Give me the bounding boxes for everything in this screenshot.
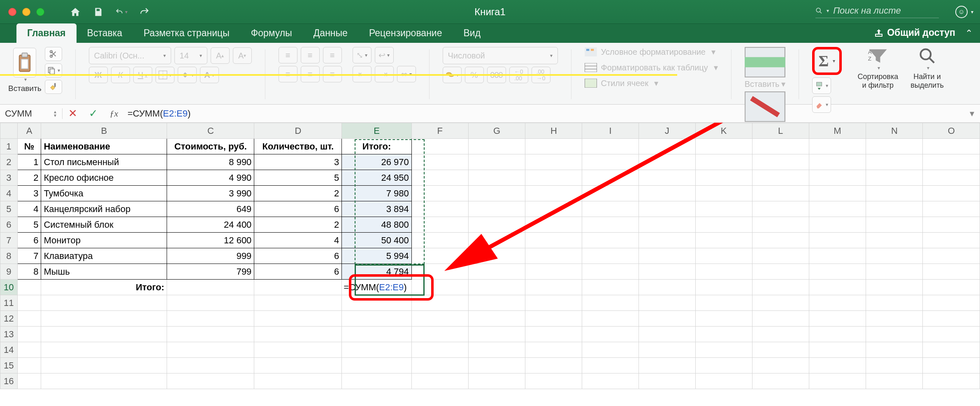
cell-C1[interactable]: Стоимость, руб. [167,139,254,154]
cell-D8[interactable]: 6 [254,248,342,264]
cell-M8[interactable] [809,248,866,264]
row-header-8[interactable]: 8 [0,248,18,264]
align-bottom-button[interactable]: ≡ [323,47,342,63]
cell-F15[interactable] [411,358,468,373]
cell-I16[interactable] [582,373,639,389]
cell-M16[interactable] [809,373,866,389]
cell-E5[interactable]: 3 894 [342,201,411,217]
cell-K4[interactable] [695,186,752,201]
col-header-A[interactable]: A [17,123,41,139]
cell-J11[interactable] [639,295,695,311]
cell-K6[interactable] [695,217,752,233]
tab-данные[interactable]: Данные [303,23,358,43]
cell-A1[interactable]: № [17,139,41,154]
cell-L15[interactable] [752,358,809,373]
cell-H1[interactable] [525,139,582,154]
cell-G7[interactable] [468,233,525,248]
cell-G8[interactable] [468,248,525,264]
cell-M2[interactable] [809,154,866,170]
cell-C10[interactable] [167,280,254,295]
cell-N8[interactable] [866,248,923,264]
font-name-combo[interactable]: Calibri (Осн...▾ [89,47,171,64]
insert-cells-button[interactable]: Вставить▾ [745,47,785,89]
cell-K2[interactable] [695,154,752,170]
cell-K1[interactable] [695,139,752,154]
cell-K5[interactable] [695,201,752,217]
font-size-combo[interactable]: 14▾ [174,47,207,64]
cell-K8[interactable] [695,248,752,264]
spreadsheet-grid[interactable]: ABCDEFGHIJKLMNO1№НаименованиеСтоимость, … [0,123,980,406]
cell-G6[interactable] [468,217,525,233]
row-header-13[interactable]: 13 [0,327,18,342]
cell-I15[interactable] [582,358,639,373]
cell-H6[interactable] [525,217,582,233]
sort-filter-button[interactable]: AZ▾ Сортировка и фильтр [857,47,898,90]
cell-N4[interactable] [866,186,923,201]
cell-D3[interactable]: 5 [254,170,342,186]
cell-B10[interactable]: Итого: [41,280,167,295]
cell-C6[interactable]: 24 400 [167,217,254,233]
cell-K12[interactable] [695,311,752,327]
home-icon[interactable] [69,6,81,18]
search-input[interactable] [833,5,939,16]
cell-F9[interactable] [411,264,468,280]
cell-G15[interactable] [468,358,525,373]
cell-B15[interactable] [41,358,167,373]
col-header-I[interactable]: I [582,123,639,139]
cell-D6[interactable]: 2 [254,217,342,233]
cell-E3[interactable]: 24 950 [342,170,411,186]
cell-M6[interactable] [809,217,866,233]
expand-formula-bar-button[interactable]: ▾ [964,108,980,119]
cell-B7[interactable]: Монитор [41,233,167,248]
cut-button[interactable] [45,47,62,61]
tab-рецензирование[interactable]: Рецензирование [358,23,453,43]
cell-D11[interactable] [254,295,342,311]
sheet-search[interactable]: ▾ [815,5,939,18]
cell-I2[interactable] [582,154,639,170]
undo-icon[interactable]: ▾ [115,6,128,18]
cell-K11[interactable] [695,295,752,311]
col-header-L[interactable]: L [752,123,809,139]
cell-F12[interactable] [411,311,468,327]
cell-J12[interactable] [639,311,695,327]
cell-M13[interactable] [809,327,866,342]
save-icon[interactable] [92,6,105,18]
cell-B9[interactable]: Мышь [41,264,167,280]
cell-I14[interactable] [582,342,639,358]
cell-C8[interactable]: 999 [167,248,254,264]
cell-I4[interactable] [582,186,639,201]
cell-G9[interactable] [468,264,525,280]
cell-L4[interactable] [752,186,809,201]
cell-M4[interactable] [809,186,866,201]
cell-F3[interactable] [411,170,468,186]
cell-B13[interactable] [41,327,167,342]
cell-H5[interactable] [525,201,582,217]
cell-O12[interactable] [923,311,980,327]
cell-O15[interactable] [923,358,980,373]
cell-D15[interactable] [254,358,342,373]
cell-M11[interactable] [809,295,866,311]
cell-L9[interactable] [752,264,809,280]
cell-C16[interactable] [167,373,254,389]
cell-N9[interactable] [866,264,923,280]
cell-J8[interactable] [639,248,695,264]
cell-B6[interactable]: Системный блок [41,217,167,233]
cell-L10[interactable] [752,280,809,295]
cell-B8[interactable]: Клавиатура [41,248,167,264]
col-header-E[interactable]: E [342,123,411,139]
col-header-J[interactable]: J [639,123,695,139]
minimize-window-button[interactable] [22,8,30,16]
number-format-combo[interactable]: Числовой▾ [443,47,558,64]
col-header-F[interactable]: F [411,123,468,139]
col-header-B[interactable]: B [41,123,167,139]
cell-G5[interactable] [468,201,525,217]
cell-L14[interactable] [752,342,809,358]
cell-E2[interactable]: 26 970 [342,154,411,170]
cell-D2[interactable]: 3 [254,154,342,170]
cell-E13[interactable] [342,327,411,342]
cell-O4[interactable] [923,186,980,201]
cell-F7[interactable] [411,233,468,248]
cell-G12[interactable] [468,311,525,327]
feedback-smiley-icon[interactable]: ☺▾ [955,6,968,18]
row-header-10[interactable]: 10 [0,280,18,295]
